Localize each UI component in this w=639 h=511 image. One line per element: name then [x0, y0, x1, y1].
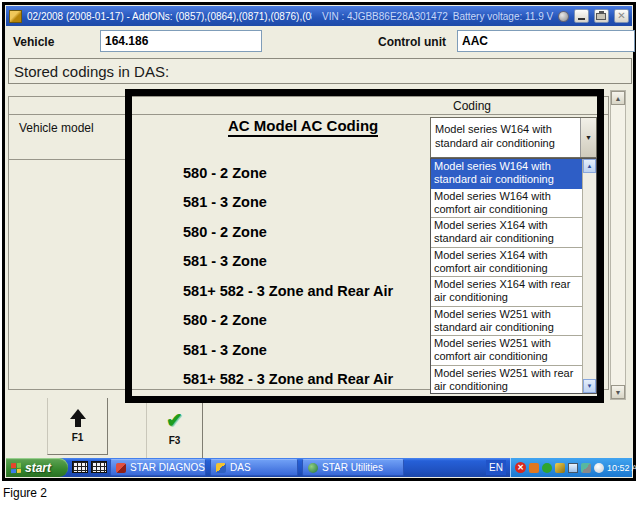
scrollbar-track[interactable] [611, 105, 625, 385]
vehicle-input[interactable] [100, 30, 262, 52]
dropdown-option[interactable]: Model series X164 with rear air conditio… [431, 277, 582, 307]
combobox-dropdown-button[interactable]: ▼ [580, 118, 596, 157]
scroll-down-icon[interactable]: ▼ [611, 385, 625, 399]
dropdown-option[interactable]: Model series W164 with comfort air condi… [431, 189, 582, 219]
start-label: start [25, 461, 51, 475]
windows-logo-icon [11, 462, 21, 473]
titlebar: 02/2008 (2008-01-17) - AddONs: (0857),(0… [6, 6, 632, 26]
f1-label: F1 [72, 432, 84, 443]
control-unit-input[interactable] [457, 30, 635, 52]
scroll-up-icon[interactable]: ▲ [583, 159, 596, 173]
table-header-divider [9, 114, 608, 115]
tray-icon[interactable] [581, 463, 591, 473]
language-indicator[interactable]: EN [486, 460, 506, 475]
dropdown-option[interactable]: Model series X164 with comfort air condi… [431, 248, 582, 278]
keyboard-icon[interactable] [72, 461, 88, 473]
check-icon: ✔ [166, 410, 183, 430]
clock[interactable]: 10:52 AM [607, 463, 639, 473]
taskbar-item-label: STAR Utilities [322, 462, 383, 473]
taskbar-item-label: STAR DIAGNOSIS [130, 462, 206, 473]
keyboard-icon[interactable] [91, 461, 107, 473]
scroll-up-icon[interactable]: ▲ [611, 91, 625, 105]
coding-dropdown-list: Model series W164 with standard air cond… [430, 158, 597, 394]
screenshot: 02/2008 (2008-01-17) - AddONs: (0857),(0… [0, 0, 639, 511]
window-title: 02/2008 (2008-01-17) - AddONs: (0857),(0… [27, 11, 312, 22]
f1-button[interactable]: F1 [47, 398, 108, 455]
taskbar: start STAR DIAGNOSIS DAS STAR Utilities … [6, 458, 632, 477]
chevron-down-icon: ▼ [585, 134, 592, 141]
das-window: 02/2008 (2008-01-17) - AddONs: (0857),(0… [2, 2, 636, 481]
das-icon [216, 463, 226, 473]
combobox-value: Model series W164 with standard air cond… [431, 118, 580, 157]
dropdown-scrollbar[interactable]: ▲ ▼ [582, 159, 596, 393]
close-icon: ✕ [617, 11, 625, 21]
dropdown-option[interactable]: Model series W251 with standard air cond… [431, 307, 582, 337]
control-unit-label: Control unit [378, 35, 446, 49]
dropdown-option[interactable]: Model series X164 with standard air cond… [431, 218, 582, 248]
vehicle-label: Vehicle [13, 35, 54, 49]
star-diagnosis-icon [116, 463, 126, 473]
scrollbar-track[interactable] [583, 173, 596, 379]
tray-icon[interactable] [542, 463, 552, 473]
figure-caption: Figure 2 [3, 486, 47, 500]
f3-button[interactable]: ✔ F3 [146, 398, 203, 459]
f3-label: F3 [169, 435, 181, 446]
star-utilities-icon [308, 463, 318, 473]
close-button[interactable]: ✕ [614, 9, 629, 23]
printer-icon [596, 13, 606, 20]
minimize-icon [578, 13, 585, 20]
up-arrow-icon [70, 409, 86, 427]
taskbar-item-das[interactable]: DAS [210, 459, 298, 476]
tray-icon[interactable] [529, 463, 539, 473]
titlebar-status-icon [558, 11, 568, 22]
dropdown-option[interactable]: Model series W251 with comfort air condi… [431, 336, 582, 366]
dropdown-options: Model series W164 with standard air cond… [431, 159, 582, 393]
tray-icon[interactable] [568, 463, 578, 473]
tray-error-icon[interactable] [515, 462, 526, 473]
vin-text: VIN : 4JGBB86E28A301472 [322, 11, 448, 22]
battery-voltage-text: Battery voltage: 11.9 V [453, 11, 553, 22]
dropdown-option[interactable]: Model series W251 with rear air conditio… [431, 366, 582, 394]
taskbar-item-star-diagnosis[interactable]: STAR DIAGNOSIS [110, 459, 206, 476]
tray-icon[interactable] [594, 463, 604, 473]
minimize-button[interactable] [574, 9, 589, 23]
scroll-down-icon[interactable]: ▼ [583, 379, 596, 393]
stored-codings-header: Stored codings in DAS: [8, 58, 632, 84]
coding-column-header: Coding [407, 99, 537, 113]
start-button[interactable]: start [6, 458, 68, 477]
annotation-heading: AC Model AC Coding [228, 117, 378, 137]
main-scrollbar[interactable]: ▲ ▼ [610, 90, 626, 400]
taskbar-item-star-utilities[interactable]: STAR Utilities [302, 459, 404, 476]
vehicle-model-label: Vehicle model [19, 121, 94, 135]
table-row-divider [9, 159, 130, 160]
tray-icon[interactable] [555, 463, 565, 473]
app-icon [9, 10, 22, 23]
dropdown-option[interactable]: Model series W164 with standard air cond… [431, 159, 582, 189]
print-button[interactable] [594, 9, 609, 23]
coding-combobox[interactable]: Model series W164 with standard air cond… [430, 117, 597, 158]
system-tray: 10:52 AM [510, 458, 632, 477]
taskbar-item-label: DAS [230, 462, 251, 473]
